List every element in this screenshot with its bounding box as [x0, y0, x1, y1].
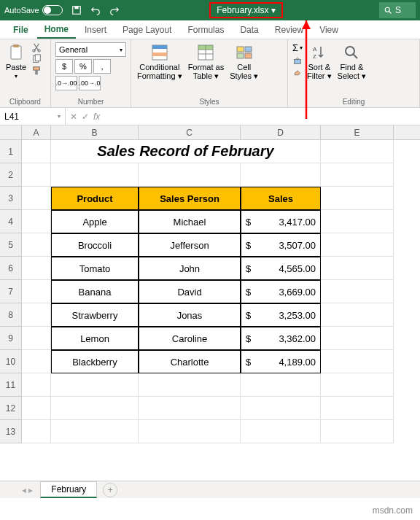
cell[interactable] [321, 373, 394, 397]
add-sheet-button[interactable]: + [103, 483, 117, 497]
row-header[interactable]: 11 [0, 373, 22, 397]
autosave-toggle[interactable]: AutoSave [4, 5, 63, 15]
cell[interactable]: Tomato [51, 257, 139, 280]
row-header[interactable]: 4 [0, 210, 22, 233]
save-icon[interactable] [70, 4, 83, 17]
cell[interactable] [321, 257, 394, 280]
clear-button[interactable] [292, 68, 303, 77]
cell[interactable] [321, 233, 394, 257]
cell[interactable] [22, 140, 51, 163]
row-header[interactable]: 8 [0, 303, 22, 327]
cell[interactable]: Charlotte [139, 350, 241, 373]
row-header[interactable]: 10 [0, 350, 22, 373]
cell[interactable] [241, 373, 321, 397]
row-header[interactable]: 6 [0, 257, 22, 280]
cell[interactable]: $3,669.00 [241, 280, 321, 303]
cell[interactable]: Michael [139, 210, 241, 233]
cell-styles-button[interactable]: CellStyles ▾ [228, 42, 260, 82]
decrease-decimal-button[interactable]: .00→.0 [79, 76, 101, 90]
sheet-tab-february[interactable]: February [40, 481, 97, 498]
filename-display[interactable]: February.xlsx ▾ [209, 2, 283, 18]
tab-page-layout[interactable]: Page Layout [115, 22, 179, 38]
title-cell[interactable]: Sales Record of February [51, 140, 321, 163]
row-header[interactable]: 2 [0, 163, 22, 187]
cell[interactable]: Caroline [139, 327, 241, 350]
cell[interactable] [241, 163, 321, 187]
tab-formulas[interactable]: Formulas [180, 22, 231, 38]
cell[interactable]: Sales Person [139, 187, 241, 210]
cell[interactable]: $4,189.00 [241, 350, 321, 373]
search-input[interactable]: S [379, 2, 416, 18]
cell[interactable] [321, 187, 394, 210]
row-header[interactable]: 9 [0, 327, 22, 350]
cell[interactable] [22, 210, 51, 233]
cell[interactable] [241, 420, 321, 443]
number-format-dropdown[interactable]: General ▾ [55, 42, 126, 57]
cell[interactable]: Sales [241, 187, 321, 210]
cell[interactable] [321, 350, 394, 373]
cell[interactable] [51, 163, 139, 187]
cell[interactable] [22, 420, 51, 443]
cell[interactable] [22, 163, 51, 187]
row-header[interactable]: 7 [0, 280, 22, 303]
cell[interactable]: $3,362.00 [241, 327, 321, 350]
cell[interactable]: David [139, 280, 241, 303]
cell[interactable] [321, 327, 394, 350]
cell[interactable] [22, 327, 51, 350]
cell[interactable] [51, 420, 139, 443]
tab-insert[interactable]: Insert [77, 22, 114, 38]
cell[interactable] [22, 280, 51, 303]
spreadsheet-grid[interactable]: A B C D E 1Sales Record of February23Pro… [0, 125, 420, 443]
cell[interactable]: Lemon [51, 327, 139, 350]
tab-view[interactable]: View [312, 22, 346, 38]
cell[interactable] [321, 397, 394, 420]
copy-icon[interactable] [31, 54, 42, 64]
currency-format-button[interactable]: $ [55, 59, 73, 74]
cell[interactable]: Strawberry [51, 303, 139, 327]
row-header[interactable]: 5 [0, 233, 22, 257]
name-box[interactable]: L41 ▾ [0, 108, 66, 125]
cell[interactable] [22, 187, 51, 210]
cell[interactable]: Blackberry [51, 350, 139, 373]
increase-decimal-button[interactable]: .0→.00 [55, 76, 77, 90]
cell[interactable]: Product [51, 187, 139, 210]
tab-home[interactable]: Home [37, 21, 76, 39]
cell[interactable] [22, 257, 51, 280]
cell[interactable]: Apple [51, 210, 139, 233]
col-header-b[interactable]: B [51, 125, 139, 139]
cell[interactable] [139, 420, 241, 443]
cell[interactable]: Broccoli [51, 233, 139, 257]
col-header-d[interactable]: D [241, 125, 321, 139]
cell[interactable] [22, 303, 51, 327]
autosum-button[interactable]: Σ▾ [292, 42, 303, 53]
cell[interactable] [321, 420, 394, 443]
sort-filter-button[interactable]: AZ Sort &Filter ▾ [306, 42, 333, 82]
fx-icon[interactable]: fx [93, 112, 100, 122]
tab-review[interactable]: Review [268, 22, 311, 38]
enter-icon[interactable]: ✓ [82, 112, 89, 122]
col-header-c[interactable]: C [139, 125, 241, 139]
tab-data[interactable]: Data [233, 22, 265, 38]
cell[interactable] [22, 233, 51, 257]
col-header-a[interactable]: A [22, 125, 51, 139]
cell[interactable] [321, 140, 394, 163]
cell[interactable]: John [139, 257, 241, 280]
cell[interactable] [321, 210, 394, 233]
cancel-icon[interactable]: ✕ [70, 112, 77, 122]
find-select-button[interactable]: Find &Select ▾ [336, 42, 368, 82]
row-header[interactable]: 12 [0, 397, 22, 420]
cell[interactable]: Jefferson [139, 233, 241, 257]
format-as-table-button[interactable]: Format asTable ▾ [187, 42, 226, 82]
paste-button[interactable]: Paste ▾ [4, 42, 28, 81]
undo-icon[interactable] [89, 4, 102, 17]
cell[interactable]: Banana [51, 280, 139, 303]
format-painter-icon[interactable] [31, 66, 42, 76]
cell[interactable] [321, 303, 394, 327]
row-header[interactable]: 13 [0, 420, 22, 443]
redo-icon[interactable] [108, 4, 121, 17]
toggle-icon[interactable] [42, 5, 63, 15]
cell[interactable] [51, 397, 139, 420]
cell[interactable] [139, 373, 241, 397]
percent-format-button[interactable]: % [74, 59, 92, 74]
row-header[interactable]: 3 [0, 187, 22, 210]
